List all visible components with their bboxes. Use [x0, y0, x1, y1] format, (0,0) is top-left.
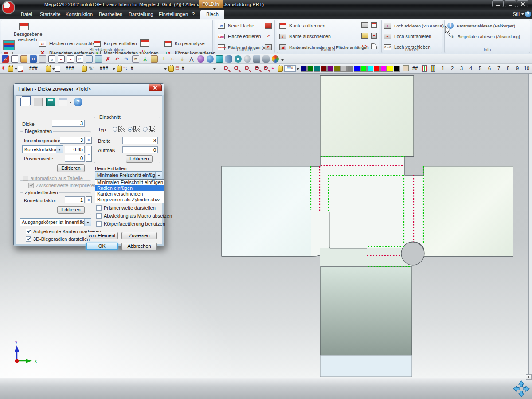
- help-icon[interactable]: ?: [74, 98, 82, 106]
- zoom-window-icon[interactable]: [224, 66, 228, 70]
- table-file-icon[interactable]: ≡: [86, 146, 92, 162]
- material-icon[interactable]: [403, 65, 409, 71]
- style-selector[interactable]: Stil: [513, 10, 520, 19]
- grid-search-icon[interactable]: ⊞: [132, 55, 139, 63]
- cylinder-gray-icon[interactable]: [253, 55, 260, 63]
- color-swatch-black[interactable]: [394, 66, 400, 72]
- scrollbar-button[interactable]: [526, 374, 532, 380]
- korrekturfaktor-field[interactable]: [65, 146, 85, 153]
- prismenweite-field[interactable]: [65, 155, 85, 162]
- chevron-down-icon[interactable]: [113, 68, 115, 70]
- axis-y-icon[interactable]: ⅄: [141, 55, 149, 63]
- typ-radio-3[interactable]: [143, 127, 148, 132]
- kante-aufschneiden-button[interactable]: / Kante aufschneiden: [279, 33, 331, 39]
- menu-bearbeiten[interactable]: Bearbeiten: [95, 10, 126, 19]
- snap-star-icon[interactable]: ✳: [1, 66, 5, 70]
- zoom-in-icon[interactable]: +: [255, 66, 259, 70]
- doc-group-icon[interactable]: [55, 66, 60, 72]
- zuweisen-button[interactable]: Zuweisen: [121, 232, 157, 239]
- color-swatch-lime[interactable]: [360, 66, 367, 72]
- chevron-down-icon[interactable]: [56, 146, 63, 153]
- aufgetrennte-checkbox[interactable]: [26, 229, 31, 234]
- sphere-purple-icon[interactable]: [197, 55, 204, 63]
- menu-konstruktion[interactable]: Konstruktion: [62, 10, 96, 19]
- prismenweite-darstellen-checkbox[interactable]: [96, 205, 102, 211]
- doc-import-icon[interactable]: ◂: [67, 55, 74, 63]
- bezugsebene-wechseln-button[interactable]: [19, 23, 31, 30]
- calculator-icon[interactable]: [46, 98, 55, 106]
- top-flap[interactable]: [320, 76, 414, 156]
- color-swatch-blue[interactable]: [354, 66, 360, 72]
- minimize-button[interactable]: [492, 0, 504, 7]
- kanten-icon-2[interactable]: [371, 22, 379, 28]
- print-preview-icon[interactable]: ⌕: [48, 55, 55, 63]
- save-icon[interactable]: H: [30, 55, 37, 63]
- hatch-style-icon[interactable]: [422, 65, 427, 72]
- lock-pen-icon[interactable]: [82, 66, 87, 72]
- von-element-button[interactable]: von Element: [86, 232, 118, 239]
- flaechen-neu-ausrichten-button[interactable]: ⇄ Flächen neu ausrichten: [39, 40, 98, 47]
- window-tile-icon[interactable]: [86, 55, 93, 63]
- window-cascade-icon[interactable]: [95, 55, 102, 63]
- lock-color-icon[interactable]: [278, 66, 283, 72]
- ok-button[interactable]: OK: [86, 243, 118, 250]
- dropdown-item-2-selected[interactable]: Radien einfügen: [95, 185, 164, 191]
- zoom-pan-icon[interactable]: ↔: [245, 66, 249, 70]
- typ-radio-2[interactable]: [128, 127, 133, 132]
- pan-arrows-icon[interactable]: [513, 380, 530, 397]
- chevron-down-icon[interactable]: [521, 13, 524, 15]
- quick-layer-5[interactable]: 5: [479, 66, 481, 71]
- color-swatch-red[interactable]: [374, 66, 380, 72]
- quick-layer-9[interactable]: 9: [516, 66, 519, 71]
- lock-linetype-icon[interactable]: [117, 66, 122, 72]
- menu-einstellungen[interactable]: Einstellungen: [155, 10, 192, 19]
- linetype-preview[interactable]: [134, 69, 162, 69]
- sheet-body-icon-button[interactable]: [140, 39, 151, 47]
- aufmass-field[interactable]: [122, 146, 158, 153]
- quick-layer-8[interactable]: 8: [507, 66, 509, 71]
- kanten-icon-1[interactable]: [361, 22, 370, 28]
- chevron-down-icon[interactable]: [164, 68, 167, 70]
- ucs2-icon[interactable]: ⊾: [169, 55, 176, 63]
- preview-window-icon[interactable]: [59, 98, 67, 106]
- color-swatch-gray[interactable]: [347, 66, 353, 72]
- chevron-down-icon[interactable]: [69, 102, 72, 103]
- color-swatch-maroon[interactable]: [321, 66, 327, 72]
- quick-layer-10[interactable]: 10: [524, 66, 529, 71]
- kante-auftrennen-button[interactable]: Kante auftrennen: [279, 23, 325, 29]
- color-swatch-yellow[interactable]: [387, 66, 393, 72]
- chevron-down-icon[interactable]: [15, 68, 17, 70]
- zwischenwerte-checkbox[interactable]: [28, 183, 34, 188]
- kanten-icon-3[interactable]: [361, 32, 370, 39]
- erase-icon[interactable]: ✗: [104, 55, 111, 63]
- vertical-scrollbar[interactable]: [528, 74, 532, 378]
- paste-icon[interactable]: [34, 98, 43, 106]
- flaeche-editieren-button[interactable]: EDIT Fläche editieren: [218, 33, 261, 39]
- face-arrow-button[interactable]: ↗: [265, 33, 274, 39]
- lock-layer-icon[interactable]: [8, 66, 13, 72]
- color-swatch-navy[interactable]: [301, 66, 307, 72]
- color-number-field[interactable]: ###: [284, 65, 296, 72]
- abbrechen-button[interactable]: Abbrechen: [121, 243, 157, 250]
- quick-layer-7[interactable]: 7: [497, 66, 500, 71]
- color-swatch-magenta[interactable]: [380, 66, 387, 72]
- sphere-gray-icon[interactable]: [244, 55, 251, 63]
- dropdown-item-3[interactable]: Kanten verschneiden: [95, 191, 164, 197]
- doc-refresh-icon[interactable]: ⟳: [76, 55, 83, 63]
- kanten-icon-4[interactable]: +: [371, 32, 379, 39]
- quick-layer-1[interactable]: 1: [442, 66, 444, 71]
- color-swatch-teal[interactable]: [314, 66, 320, 72]
- color-wheel-icon[interactable]: [272, 55, 279, 63]
- chevron-down-icon[interactable]: [84, 219, 91, 226]
- dropdown-item-4[interactable]: Biegezonen als Zylinder abw.: [95, 197, 164, 203]
- new-file-icon[interactable]: [11, 55, 18, 63]
- drop-icon[interactable]: ⤓: [179, 55, 186, 63]
- layer-value[interactable]: ###: [29, 66, 38, 71]
- linetype-icon[interactable]: ≡:: [123, 66, 127, 70]
- zylinder-editieren-button[interactable]: Editieren: [57, 206, 85, 214]
- table-file-icon[interactable]: ≡: [86, 137, 92, 144]
- pen-value[interactable]: ###: [100, 66, 109, 71]
- biegeradien-checkbox[interactable]: [26, 236, 31, 242]
- chevron-down-icon[interactable]: [297, 68, 299, 70]
- document-tab-fold-ini[interactable]: FOLD.ini: [199, 0, 223, 8]
